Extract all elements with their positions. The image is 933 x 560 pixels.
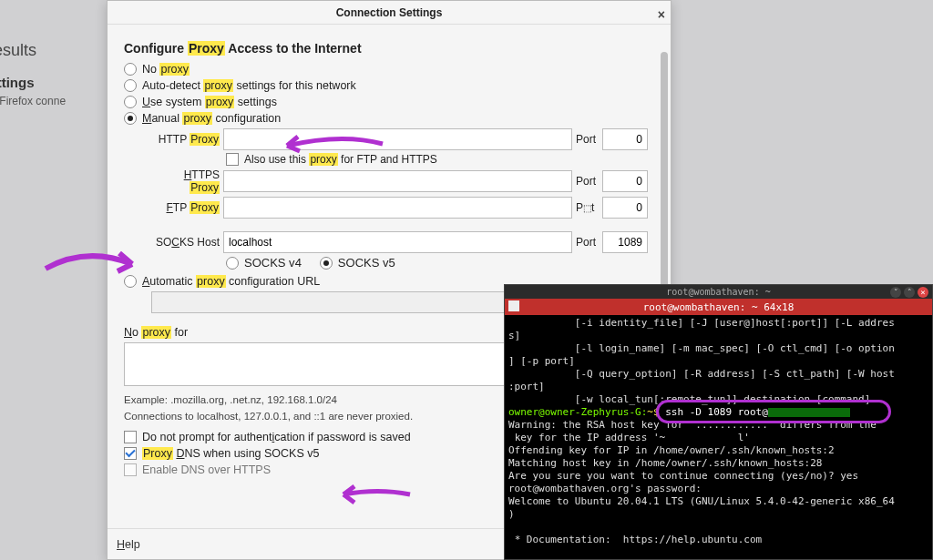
terminal-tab-icon	[508, 300, 519, 311]
terminal-tab[interactable]: root@wombathaven: ~ 64x18	[505, 299, 932, 315]
socks-host-label: SOCKS Host	[151, 236, 220, 249]
socks-host-input[interactable]	[223, 231, 572, 253]
ftp-proxy-label: FTP Proxy	[151, 201, 220, 214]
radio-no-proxy[interactable]: No proxy	[124, 63, 648, 76]
socks-port-label: Port	[576, 236, 599, 249]
ftp-proxy-input[interactable]	[223, 197, 572, 219]
socks4-label: SOCKS v4	[244, 256, 302, 270]
auto-url-input	[151, 291, 552, 313]
radio-auto-detect[interactable]: Auto-detect proxy settings for this netw…	[124, 79, 648, 92]
http-port-input[interactable]	[602, 128, 648, 150]
http-proxy-input[interactable]	[223, 128, 572, 150]
terminal-window: root@wombathaven: ~ ˅ ˄ × root@wombathav…	[504, 284, 933, 560]
http-port-label: Port	[576, 133, 599, 146]
https-proxy-label: HTTPS Proxy	[151, 168, 220, 194]
terminal-top-title: root@wombathaven: ~	[666, 287, 770, 297]
minimize-icon[interactable]: ˅	[890, 287, 901, 298]
configure-heading: Configure Proxy Access to the Internet	[124, 41, 648, 56]
https-port-label: Port	[576, 175, 599, 188]
radio-system-proxy[interactable]: Use system proxy settings	[124, 96, 648, 108]
help-button[interactable]: Help	[117, 538, 140, 551]
terminal-body[interactable]: [-i identity_file] [-J [user@]host[:port…	[505, 315, 932, 548]
https-port-input[interactable]	[602, 170, 648, 192]
terminal-titlebar[interactable]: root@wombathaven: ~ ˅ ˄ ×	[505, 285, 932, 299]
maximize-icon[interactable]: ˄	[904, 287, 915, 298]
radio-manual-proxy[interactable]: Manual proxy configuration	[124, 112, 648, 125]
ftp-port-input[interactable]	[602, 197, 648, 219]
page-results-heading: h Results	[0, 41, 36, 60]
network-settings-sub: re how Firefox conne	[0, 95, 66, 107]
socks-port-input[interactable]	[602, 231, 648, 253]
also-use-checkbox[interactable]: Also use this proxy for FTP and HTTPS	[226, 153, 648, 166]
socks5-label: SOCKS v5	[338, 256, 395, 270]
network-settings-heading: rk Settings	[0, 75, 35, 90]
close-icon[interactable]: ×	[658, 3, 665, 26]
ftp-port-label: P⬚t	[576, 201, 599, 214]
terminal-tab-title: root@wombathaven: ~ 64x18	[643, 301, 795, 313]
dialog-title-text: Connection Settings	[336, 6, 443, 19]
radio-socks4[interactable]	[226, 257, 239, 270]
radio-socks5[interactable]	[320, 257, 333, 270]
dialog-title: Connection Settings ×	[108, 1, 671, 25]
close-icon[interactable]: ×	[918, 287, 928, 298]
redacted-host	[768, 408, 850, 417]
https-proxy-input[interactable]	[223, 170, 572, 192]
http-proxy-label: HTTP Proxy	[151, 133, 220, 146]
